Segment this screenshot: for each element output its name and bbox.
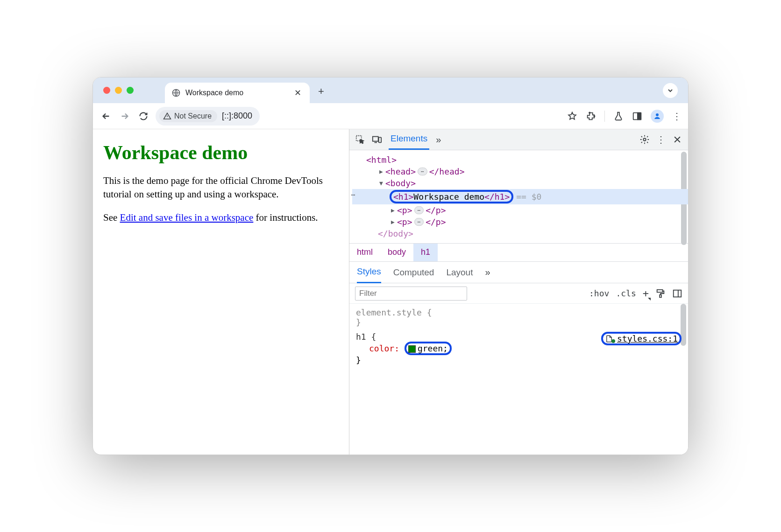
url-text: [::]:8000 [217, 111, 252, 121]
side-panel-icon[interactable] [632, 111, 642, 121]
devtools-topbar: Elements » ⋮ [349, 129, 688, 150]
forward-button[interactable] [118, 110, 131, 123]
dom-node-html[interactable]: <html> [352, 154, 688, 166]
styles-filter-input[interactable] [355, 287, 467, 301]
extensions-icon[interactable] [586, 111, 596, 121]
tab-title: Workspace demo [185, 89, 288, 97]
browser-menu-button[interactable]: ⋮ [672, 112, 682, 121]
highlight-h1: <h1>Workspace demo</h1> [390, 190, 513, 203]
breadcrumb-body[interactable]: body [380, 244, 413, 261]
highlight-color-value: green; [405, 342, 452, 355]
svg-point-5 [656, 113, 659, 116]
page-paragraph-2: See Edit and save files in a workspace f… [103, 211, 339, 224]
rule-source-link-highlight[interactable]: styles.css:1 [601, 332, 682, 345]
new-tab-button[interactable]: + [318, 85, 324, 98]
window-minimize-icon[interactable] [115, 87, 122, 94]
dom-node-p2[interactable]: ▶<p>⋯</p> [352, 216, 688, 228]
styles-rules[interactable]: element.style { } styles.css:1 h1 { colo… [349, 304, 688, 455]
new-style-rule-icon[interactable]: + [643, 287, 649, 299]
subtab-styles[interactable]: Styles [357, 261, 381, 283]
rule-source-file[interactable]: styles.css:1 [617, 334, 678, 343]
page-viewport: Workspace demo This is the demo page for… [93, 129, 349, 455]
computed-panel-icon[interactable] [672, 288, 682, 299]
devtools-menu-icon[interactable]: ⋮ [656, 135, 666, 144]
address-bar[interactable]: Not Secure [::]:8000 [156, 107, 260, 126]
svg-rect-10 [657, 289, 663, 292]
styles-filter-row: :hov .cls + [349, 283, 688, 304]
paint-format-icon[interactable] [655, 288, 666, 299]
svg-rect-4 [638, 112, 641, 119]
security-label: Not Secure [174, 112, 212, 120]
inspect-element-icon[interactable] [355, 134, 365, 145]
dom-tree[interactable]: <html> ▶<head>⋯</head> ▼<body> ⋯ <h1>Wor… [349, 150, 688, 243]
page-heading: Workspace demo [103, 141, 339, 164]
window-traffic-lights[interactable] [103, 87, 134, 94]
devtools-tab-elements[interactable]: Elements [389, 129, 429, 150]
green-dot-icon [611, 339, 615, 343]
hov-toggle[interactable]: :hov [589, 288, 609, 298]
reload-button[interactable] [137, 110, 150, 123]
browser-tab[interactable]: Workspace demo ✕ [165, 83, 310, 103]
bookmark-star-icon[interactable] [567, 111, 577, 121]
person-icon [653, 112, 661, 120]
svg-point-9 [643, 138, 646, 141]
dom-node-p1[interactable]: ▶<p>⋯</p> [352, 204, 688, 216]
styles-subtabs: Styles Computed Layout » [349, 262, 688, 283]
page-paragraph-1: This is the demo page for the official C… [103, 174, 339, 202]
cls-toggle[interactable]: .cls [616, 288, 636, 298]
globe-icon [171, 88, 181, 98]
security-chip[interactable]: Not Secure [159, 110, 217, 122]
device-toolbar-icon[interactable] [372, 134, 382, 145]
close-tab-icon[interactable]: ✕ [292, 88, 303, 98]
dom-node-body[interactable]: ▼<body> [352, 177, 688, 189]
svg-rect-11 [660, 294, 661, 297]
browser-window: Workspace demo ✕ + Not Secure [::]:8000 [92, 77, 689, 455]
more-tabs-icon[interactable]: » [436, 134, 441, 145]
dom-breadcrumb: html body h1 [349, 243, 688, 262]
svg-rect-8 [379, 137, 382, 142]
browser-toolbar: Not Secure [::]:8000 ⋮ [93, 103, 688, 129]
tutorial-link[interactable]: Edit and save files in a workspace [120, 212, 254, 223]
subtab-layout[interactable]: Layout [446, 262, 473, 283]
devtools-panel: Elements » ⋮ <html> ▶<head>⋯</head> ▼<bo… [349, 129, 688, 455]
breadcrumb-html[interactable]: html [349, 244, 380, 261]
dom-node-head[interactable]: ▶<head>⋯</head> [352, 166, 688, 177]
tab-strip: Workspace demo ✕ + [93, 77, 688, 103]
svg-rect-12 [674, 290, 682, 297]
tab-list-button[interactable] [663, 83, 678, 98]
dom-node-body-close[interactable]: </body> [352, 228, 688, 239]
dom-node-h1-selected[interactable]: ⋯ <h1>Workspace demo</h1> == $0 [352, 189, 688, 204]
color-swatch-icon[interactable] [408, 345, 416, 353]
window-zoom-icon[interactable] [127, 87, 134, 94]
toolbar-actions: ⋮ [567, 110, 682, 123]
svg-rect-7 [373, 137, 378, 141]
devtools-close-icon[interactable] [672, 134, 682, 145]
rule-element-style[interactable]: element.style { } [356, 308, 682, 327]
svg-point-13 [611, 339, 615, 343]
profile-avatar[interactable] [651, 110, 664, 123]
back-button[interactable] [99, 110, 113, 123]
breadcrumb-h1[interactable]: h1 [413, 244, 438, 261]
labs-flask-icon[interactable] [613, 111, 624, 121]
rule-h1[interactable]: styles.css:1 h1 { color: green; } [356, 332, 682, 365]
warning-icon [163, 112, 171, 120]
window-close-icon[interactable] [103, 87, 110, 94]
settings-gear-icon[interactable] [639, 134, 650, 145]
more-subtabs-icon[interactable]: » [485, 267, 490, 278]
subtab-computed[interactable]: Computed [393, 262, 434, 283]
content-area: Workspace demo This is the demo page for… [93, 129, 688, 455]
